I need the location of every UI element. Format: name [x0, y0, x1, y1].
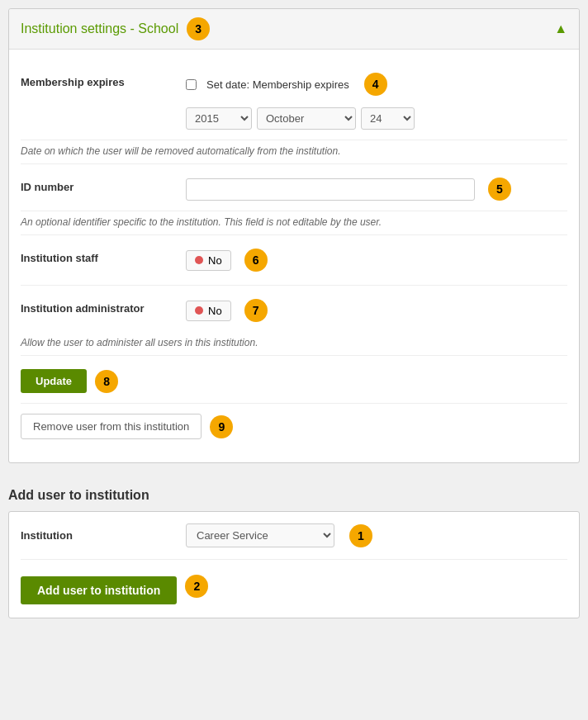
institution-select-control: Career Service School Other 1	[186, 523, 372, 547]
institution-admin-row: Institution administrator No 7	[21, 289, 567, 332]
institution-staff-label: Institution staff	[21, 249, 186, 264]
add-user-title: Add user to institution	[8, 476, 580, 511]
institution-settings-panel: Institution settings - School 3 ▲ Member…	[8, 8, 580, 463]
institution-admin-help-text: Allow the user to administer all users i…	[21, 332, 567, 352]
admin-toggle-dot	[195, 306, 203, 315]
step-badge-5: 5	[488, 178, 511, 201]
update-row: Update 8	[21, 359, 567, 404]
remove-row: Remove user from this institution 9	[21, 404, 567, 449]
update-button[interactable]: Update	[21, 369, 87, 393]
institution-admin-control: No 7	[186, 299, 567, 322]
membership-help-text: Date on which the user will be removed a…	[21, 140, 567, 160]
membership-expires-control: Set date: Membership expires 4 2015 2016…	[186, 73, 567, 130]
membership-expires-section: Membership expires Set date: Membership …	[21, 63, 567, 164]
month-select[interactable]: JanuaryFebruaryMarch AprilMayJune JulyAu…	[257, 107, 356, 130]
institution-admin-toggle[interactable]: No	[186, 301, 231, 321]
step-badge-7: 7	[244, 299, 268, 322]
step-badge-3: 3	[187, 17, 210, 40]
step-badge-9: 9	[210, 415, 233, 438]
id-number-label: ID number	[21, 178, 186, 193]
step-badge-8: 8	[95, 370, 118, 393]
step-badge-1: 1	[349, 524, 372, 547]
membership-date-selects: 2015 2016 2017 JanuaryFebruaryMarch Apri…	[186, 107, 415, 130]
institution-staff-section: Institution staff No 6	[21, 239, 567, 286]
institution-admin-label: Institution administrator	[21, 299, 186, 315]
remove-user-button[interactable]: Remove user from this institution	[21, 414, 202, 439]
add-user-section: Add user to institution Institution Care…	[8, 476, 580, 618]
panel-header: Institution settings - School 3 ▲	[9, 9, 579, 50]
id-number-help-text: An optional identifier specific to the i…	[21, 211, 567, 231]
membership-expires-label: Membership expires	[21, 73, 186, 88]
id-number-input[interactable]	[186, 178, 475, 201]
institution-dropdown[interactable]: Career Service School Other	[186, 523, 334, 547]
membership-checkbox-label: Set date: Membership expires	[206, 78, 349, 91]
id-number-control: 5	[186, 178, 567, 201]
admin-toggle-label: No	[208, 305, 222, 317]
step-badge-2: 2	[185, 575, 208, 598]
institution-select-label: Institution	[21, 529, 186, 542]
institution-select-row: Institution Career Service School Other …	[21, 512, 567, 560]
year-select[interactable]: 2015 2016 2017	[186, 107, 252, 130]
staff-toggle-dot	[195, 256, 203, 264]
id-number-row: ID number 5	[21, 168, 567, 211]
add-user-panel: Institution Career Service School Other …	[8, 511, 580, 618]
membership-expires-row: Membership expires Set date: Membership …	[21, 63, 567, 140]
membership-date-checkbox[interactable]	[186, 79, 197, 90]
staff-toggle-label: No	[208, 254, 222, 267]
step-badge-6: 6	[244, 249, 268, 272]
institution-staff-row: Institution staff No 6	[21, 239, 567, 282]
step-badge-4: 4	[364, 73, 387, 96]
panel-body: Membership expires Set date: Membership …	[9, 50, 579, 462]
institution-staff-control: No 6	[186, 249, 567, 272]
panel-title: Institution settings - School	[21, 21, 178, 36]
institution-admin-section: Institution administrator No 7 Allow the…	[21, 289, 567, 356]
id-number-section: ID number 5 An optional identifier speci…	[21, 168, 567, 235]
collapse-icon[interactable]: ▲	[554, 21, 567, 36]
day-select[interactable]: 1234 5678 9101112 13141516 17181920 2122…	[361, 107, 415, 130]
add-user-button[interactable]: Add user to institution	[21, 576, 177, 604]
add-user-buttons-row: Add user to institution 2	[21, 560, 567, 604]
institution-staff-toggle[interactable]: No	[186, 250, 231, 271]
membership-date-top: Set date: Membership expires 4	[186, 73, 387, 96]
